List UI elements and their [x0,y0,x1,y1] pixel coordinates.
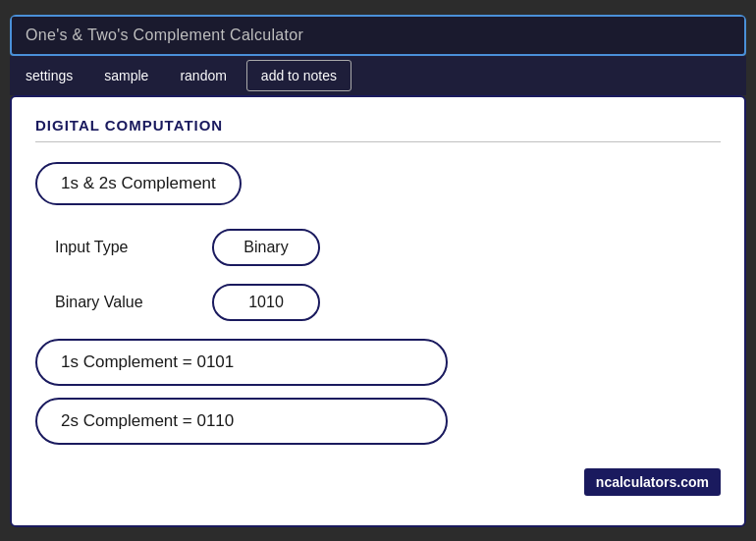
section-title: DIGITAL COMPUTATION [35,117,721,142]
ones-complement-result: 1s Complement = 0101 [35,339,448,386]
results-section: 1s Complement = 0101 2s Complement = 011… [35,339,721,457]
calc-title: 1s & 2s Complement [35,162,242,205]
binary-value-label: Binary Value [55,294,212,311]
twos-complement-label: 2s Complement [61,411,178,430]
twos-complement-result: 2s Complement = 0110 [35,398,448,445]
twos-equals: = [183,411,197,430]
tab-random[interactable]: random [164,58,242,93]
twos-complement-value: 0110 [196,411,234,430]
input-type-row: Input Type Binary [35,229,721,266]
branding-area: ncalculators.com [35,468,721,496]
app-window: One's & Two's Complement Calculator sett… [10,15,746,527]
input-type-label: Input Type [55,239,212,256]
tab-add-to-notes[interactable]: add to notes [246,60,351,91]
binary-value-input[interactable]: 1010 [212,284,320,321]
binary-value-row: Binary Value 1010 [35,284,721,321]
tab-settings[interactable]: settings [10,58,88,93]
branding-badge: ncalculators.com [584,468,721,496]
nav-bar: settings sample random add to notes [10,56,746,95]
window-title: One's & Two's Complement Calculator [26,27,303,43]
ones-complement-value: 0101 [196,352,234,371]
title-bar: One's & Two's Complement Calculator [10,15,746,56]
input-type-value[interactable]: Binary [212,229,320,266]
ones-equals: = [183,352,197,371]
ones-complement-label: 1s Complement [61,352,178,371]
main-content: DIGITAL COMPUTATION 1s & 2s Complement I… [10,95,746,527]
tab-sample[interactable]: sample [88,58,164,93]
